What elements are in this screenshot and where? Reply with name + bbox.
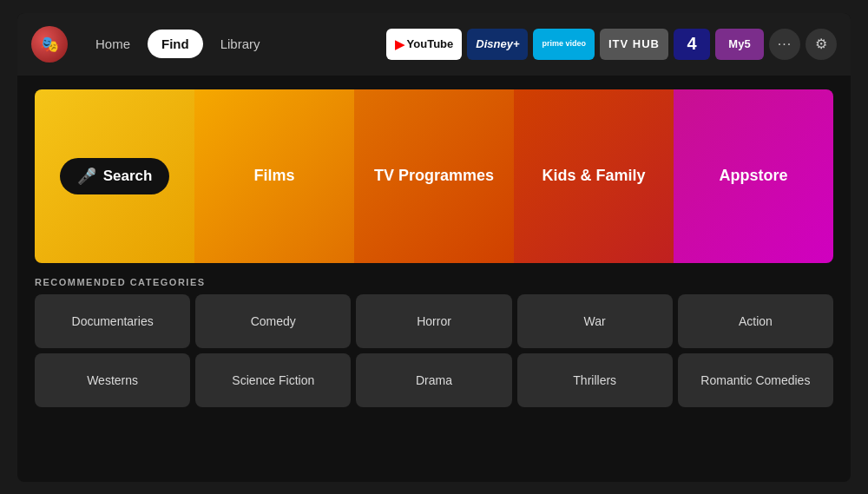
ch4-button[interactable]: 4 [674,29,710,60]
settings-button[interactable]: ⚙ [806,29,837,60]
big-tiles: 🎤 Search Films TV Programmes Kids & Fami… [35,89,833,263]
categories-grid: Documentaries Comedy Horror War Action W… [35,294,833,407]
nav-library[interactable]: Library [207,30,274,58]
disney-button[interactable]: Disney+ [467,29,528,60]
category-action[interactable]: Action [678,294,833,348]
mic-icon: 🎤 [77,167,96,186]
category-war[interactable]: War [517,294,673,348]
tv-tile[interactable]: TV Programmes [354,89,514,263]
category-label: Documentaries [72,314,154,328]
prime-label: prime video [542,39,586,49]
category-horror[interactable]: Horror [356,294,511,348]
nav-find[interactable]: Find [148,30,203,58]
category-label: Comedy [251,314,296,328]
nav-home[interactable]: Home [82,30,144,58]
tv-label: TV Programmes [374,167,494,185]
search-label: Search [103,168,153,185]
screen: 🎭 Home Find Library ▶ YouTube Disney+ pr… [17,13,851,482]
category-documentaries[interactable]: Documentaries [35,294,190,348]
category-label: Horror [417,314,451,328]
nav-links: Home Find Library [82,30,274,58]
category-label: Romantic Comedies [700,373,810,387]
kids-tile[interactable]: Kids & Family [514,89,674,263]
category-label: Westerns [87,373,138,387]
kids-label: Kids & Family [542,167,645,185]
category-comedy[interactable]: Comedy [195,294,351,348]
disney-label: Disney+ [476,37,519,50]
categories-section: RECOMMENDED CATEGORIES Documentaries Com… [35,277,833,407]
nav-bar: 🎭 Home Find Library ▶ YouTube Disney+ pr… [17,13,851,76]
my5-button[interactable]: My5 [715,29,764,60]
youtube-label: YouTube [407,37,454,50]
prime-button[interactable]: prime video [533,29,595,60]
category-label: Science Fiction [232,373,314,387]
ch4-label: 4 [687,34,696,54]
appstore-label: Appstore [719,167,787,185]
category-romantic-comedies[interactable]: Romantic Comedies [678,353,833,407]
itv-label: ITV HUB [608,37,660,50]
category-westerns[interactable]: Westerns [35,353,190,407]
itv-button[interactable]: ITV HUB [600,29,668,60]
categories-heading: RECOMMENDED CATEGORIES [35,277,833,287]
category-thrillers[interactable]: Thrillers [517,353,673,407]
main-content: 🎤 Search Films TV Programmes Kids & Fami… [17,76,851,482]
category-science-fiction[interactable]: Science Fiction [195,353,351,407]
search-tile[interactable]: 🎤 Search [35,89,194,263]
more-button[interactable]: ··· [769,29,800,60]
youtube-button[interactable]: ▶ YouTube [386,29,463,60]
category-label: Action [739,314,773,328]
category-label: Thrillers [573,373,616,387]
category-drama[interactable]: Drama [356,353,511,407]
search-pill: 🎤 Search [60,158,170,194]
films-tile[interactable]: Films [194,89,354,263]
category-label: Drama [416,373,452,387]
category-label: War [584,314,606,328]
my5-label: My5 [728,37,750,50]
appstore-tile[interactable]: Appstore [674,89,833,263]
films-label: Films [253,167,294,185]
avatar[interactable]: 🎭 [31,26,68,63]
channel-buttons: ▶ YouTube Disney+ prime video ITV HUB 4 … [386,29,837,60]
